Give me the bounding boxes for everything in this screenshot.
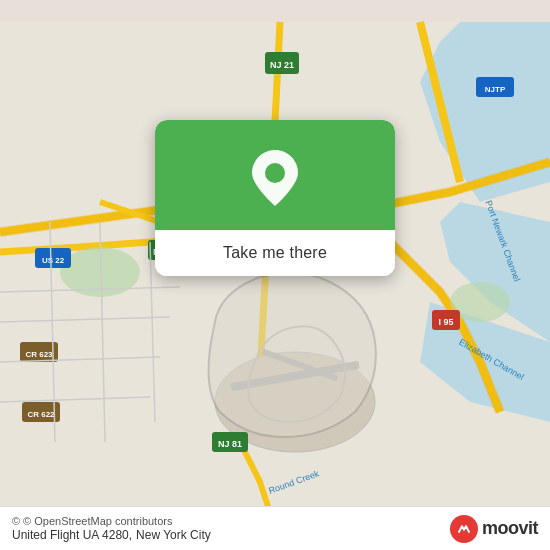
- take-me-there-button[interactable]: Take me there: [155, 230, 395, 276]
- bottom-bar: © © OpenStreetMap contributors United Fl…: [0, 506, 550, 550]
- map-container: NJ 21 NJ 21 I 78 NJ 27 US 22 CR 623 CR 6…: [0, 0, 550, 550]
- card-green-header: [155, 120, 395, 230]
- svg-text:I 95: I 95: [438, 317, 453, 327]
- moovit-icon: [450, 515, 478, 543]
- attribution-text: © OpenStreetMap contributors: [23, 515, 172, 527]
- svg-text:CR 622: CR 622: [27, 410, 55, 419]
- svg-text:NJ 21: NJ 21: [270, 60, 294, 70]
- moovit-logo: moovit: [450, 515, 538, 543]
- svg-point-36: [265, 163, 285, 183]
- svg-text:NJTP: NJTP: [485, 85, 506, 94]
- bottom-title: United Flight UA 4280,: [12, 528, 132, 542]
- bottom-subtitle: New York City: [136, 528, 211, 542]
- location-card: Take me there: [155, 120, 395, 276]
- location-pin: [249, 148, 301, 208]
- svg-text:CR 623: CR 623: [25, 350, 53, 359]
- moovit-text: moovit: [482, 518, 538, 539]
- attribution-icon: ©: [12, 515, 20, 527]
- svg-text:US 22: US 22: [42, 256, 65, 265]
- svg-text:NJ 81: NJ 81: [218, 439, 242, 449]
